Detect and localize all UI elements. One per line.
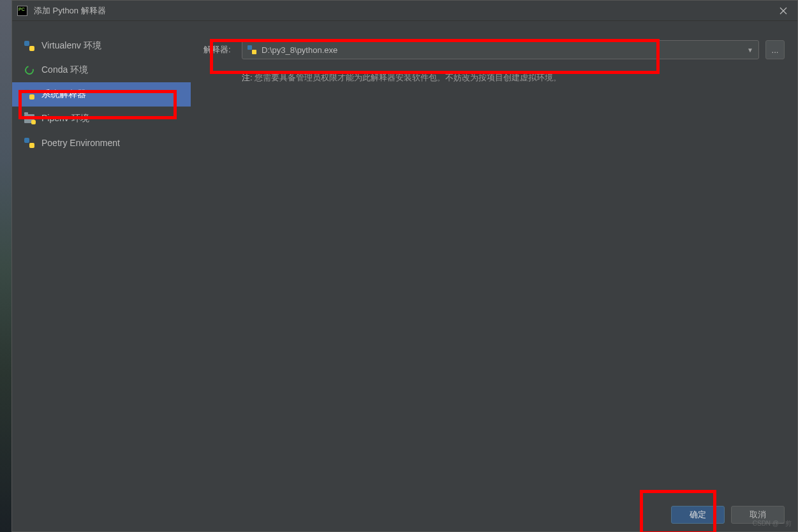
interpreter-dropdown[interactable]: D:\py3_8\python.exe ▼ [242, 40, 759, 59]
cancel-button[interactable]: 取消 [731, 506, 785, 524]
interpreter-path-text: D:\py3_8\python.exe [262, 45, 747, 55]
ellipsis-icon: ... [772, 45, 779, 55]
sidebar-item-conda[interactable]: Conda 环境 [12, 58, 191, 82]
sidebar-item-poetry[interactable]: Poetry Environment [12, 131, 191, 155]
interpreter-row: 解释器: D:\py3_8\python.exe ▼ ... [203, 40, 785, 59]
sidebar-item-pipenv[interactable]: Pipenv 环境 [12, 107, 191, 131]
python-icon [24, 137, 35, 149]
sidebar: Virtualenv 环境 Conda 环境 系统解释器 Pipenv 环境 P… [12, 21, 191, 498]
sidebar-item-label: Virtualenv 环境 [41, 40, 101, 52]
admin-note-text: 注: 您需要具备管理员权限才能为此解释器安装软件包。不妨改为按项目创建虚拟环境。 [242, 72, 785, 84]
folder-python-icon [24, 113, 35, 124]
sidebar-item-virtualenv[interactable]: Virtualenv 环境 [12, 34, 191, 58]
cancel-button-label: 取消 [750, 509, 766, 521]
ok-button-label: 确定 [690, 509, 706, 521]
interpreter-label: 解释器: [203, 44, 235, 55]
python-icon [24, 40, 35, 52]
note-body: 您需要具备管理员权限才能为此解释器安装软件包。不妨改为按项目创建虚拟环境。 [253, 73, 562, 82]
python-icon [24, 89, 35, 100]
pycharm-icon [17, 6, 27, 16]
window-title: 添加 Python 解释器 [34, 5, 774, 17]
sidebar-item-label: Conda 环境 [41, 64, 88, 76]
titlebar: 添加 Python 解释器 [12, 1, 797, 21]
ok-button[interactable]: 确定 [671, 506, 725, 524]
close-button[interactable] [774, 2, 792, 20]
chevron-down-icon: ▼ [747, 47, 753, 54]
main-panel: 解释器: D:\py3_8\python.exe ▼ ... 注: 您需要具备管… [191, 21, 797, 498]
dialog-footer: 确定 取消 [12, 498, 797, 531]
sidebar-item-label: 系统解释器 [41, 89, 86, 100]
note-prefix: 注: [242, 73, 253, 82]
sidebar-item-label: Pipenv 环境 [41, 113, 89, 124]
python-icon [248, 45, 256, 54]
browse-button[interactable]: ... [765, 40, 785, 59]
close-icon [780, 7, 787, 15]
conda-icon [24, 64, 35, 76]
sidebar-item-label: Poetry Environment [41, 138, 120, 148]
desktop-background-strip [0, 0, 11, 532]
sidebar-item-system-interpreter[interactable]: 系统解释器 [12, 82, 191, 107]
dialog-body: Virtualenv 环境 Conda 环境 系统解释器 Pipenv 环境 P… [12, 21, 797, 498]
add-interpreter-dialog: 添加 Python 解释器 Virtualenv 环境 Conda 环境 系统解… [11, 0, 798, 532]
